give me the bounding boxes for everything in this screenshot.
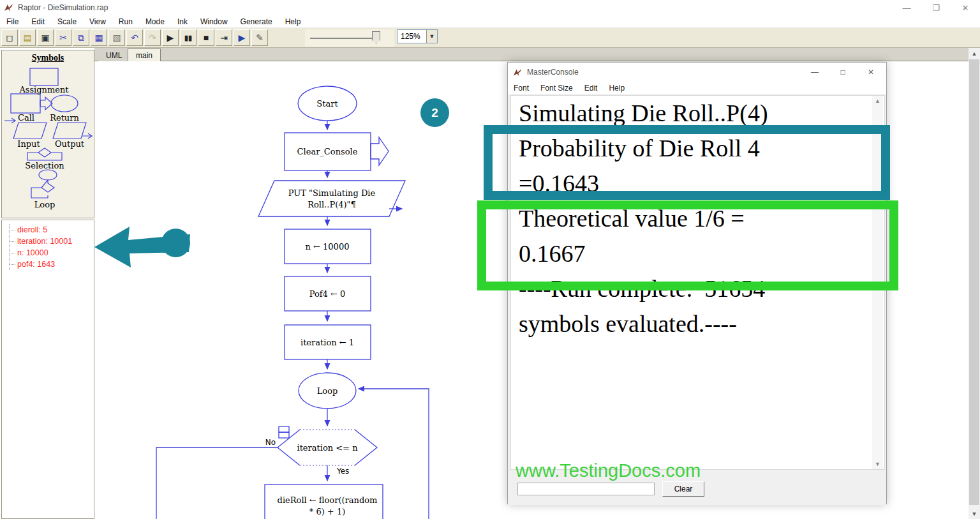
open-icon-button[interactable]: ▤ [19, 29, 36, 46]
assignment-label: Assignment [19, 85, 69, 94]
input-label: Input [17, 139, 40, 149]
symbols-panel-title: Symbols [2, 50, 94, 63]
put-output-node[interactable] [258, 181, 405, 216]
console-menu-font[interactable]: Font [508, 82, 535, 94]
put-text-line2: Roll..P(4)"¶ [308, 200, 356, 209]
symbols-shapes: Assignment Call Return Input Output Sele… [2, 63, 94, 216]
raptor-app-icon [4, 3, 14, 13]
zoom-level-combo[interactable]: 125% ▼ [397, 29, 438, 43]
play-icon-button[interactable]: ▶ [162, 29, 179, 46]
save-icon-button[interactable]: ▣ [37, 29, 54, 46]
menu-bar: File Edit Scale View Run Mode Ink Window… [0, 15, 980, 28]
menu-mode[interactable]: Mode [139, 16, 171, 27]
no-label: No [265, 438, 276, 447]
step-2-badge: 2 [420, 98, 449, 127]
call-label: Call [18, 113, 34, 123]
toolbar: ◻ ▤ ▣ ✂ ⧉ ▦ ▧ ↶ ↷ ▶ ▮▮ ■ ⇥ ▶ ✎ [0, 28, 980, 48]
console-menu-fontsize[interactable]: Font Size [535, 82, 579, 94]
console-scroll-down-icon[interactable]: ▼ [872, 459, 883, 469]
clear-button[interactable]: Clear [662, 481, 704, 497]
zoom-dropdown-arrow-icon[interactable]: ▼ [426, 30, 437, 43]
watch-item-n[interactable]: n: 10000 [10, 247, 94, 259]
no-branch-line [156, 448, 278, 519]
condition-text: iteration <= n [297, 443, 358, 453]
console-window-title: MasterConsole [527, 68, 579, 77]
undo-icon-button[interactable]: ↶ [126, 29, 143, 46]
print-icon-button[interactable]: ▧ [108, 29, 125, 46]
zoom-slider[interactable] [305, 29, 394, 47]
assign-n-text: n ← 10000 [306, 242, 350, 252]
close-button[interactable]: ✕ [951, 0, 980, 15]
new-icon-button[interactable]: ◻ [1, 29, 18, 46]
menu-file[interactable]: File [0, 16, 25, 27]
menu-help[interactable]: Help [279, 16, 308, 27]
scrollbar-thumb[interactable] [969, 59, 979, 505]
menu-view[interactable]: View [83, 16, 112, 27]
canvas-vertical-scrollbar[interactable]: ▲ ▼ [969, 48, 980, 519]
output-symbol-icon[interactable] [53, 123, 86, 139]
menu-run[interactable]: Run [112, 16, 139, 27]
console-line: symbols evaluated.---- [511, 306, 884, 342]
scroll-down-icon[interactable]: ▼ [969, 508, 980, 519]
watermark-text: www.TestingDocs.com [516, 460, 701, 481]
console-minimize-button[interactable]: — [801, 63, 829, 82]
redo-icon-button[interactable]: ↷ [144, 29, 161, 46]
zoom-slider-thumb[interactable] [372, 31, 380, 44]
watch-list: dieroll: 5 iteration: 10001 n: 10000 pof… [9, 224, 94, 270]
console-close-button[interactable]: ✕ [857, 63, 885, 82]
tab-uml[interactable]: UML [98, 50, 130, 61]
console-scroll-up-icon[interactable]: ▲ [872, 96, 883, 106]
menu-generate[interactable]: Generate [234, 16, 279, 27]
continue-to-input-icon-button[interactable]: ▶ [234, 29, 250, 46]
ink-pen-icon-button[interactable]: ✎ [251, 29, 268, 46]
highlight-box-probability [484, 125, 890, 200]
restore-button[interactable]: ❐ [921, 0, 951, 15]
dieroll-text-line2: * 6) + 1) [309, 507, 345, 516]
raptor-console-icon [513, 68, 523, 77]
loop-text: Loop [317, 386, 338, 396]
tab-main[interactable]: main [128, 49, 161, 61]
step-to-end-icon-button[interactable]: ⇥ [216, 29, 232, 46]
menu-ink[interactable]: Ink [171, 16, 194, 27]
console-input[interactable] [517, 483, 655, 495]
watch-item-dieroll[interactable]: dieroll: 5 [10, 224, 94, 236]
pause-icon-button[interactable]: ▮▮ [180, 29, 197, 46]
console-maximize-button[interactable]: □ [829, 63, 857, 82]
symbols-panel: Symbols [1, 50, 94, 218]
dieroll-text-line1: dieRoll ← floor((random [278, 495, 378, 505]
start-text: Start [316, 99, 338, 109]
collapse-icon[interactable] [279, 432, 289, 438]
console-menu-bar: Font Font Size Edit Help [508, 82, 886, 95]
stop-icon-button[interactable]: ■ [198, 29, 214, 46]
tab-strip: UML main [94, 48, 969, 61]
selection-symbol-icon[interactable] [27, 148, 62, 160]
return-symbol-icon[interactable] [51, 95, 78, 112]
return-label: Return [50, 113, 79, 123]
clear-console-text: Clear_Console [297, 147, 358, 156]
call-symbol-icon[interactable] [11, 94, 40, 113]
menu-scale[interactable]: Scale [51, 16, 83, 27]
input-symbol-icon[interactable] [13, 123, 47, 139]
console-menu-edit[interactable]: Edit [579, 82, 604, 94]
title-bar: Raptor - DieSimulation.rap — ❐ ✕ [0, 0, 980, 15]
minimize-button[interactable]: — [892, 0, 921, 15]
menu-window[interactable]: Window [194, 16, 234, 27]
cut-icon-button[interactable]: ✂ [55, 29, 71, 46]
collapse-icon[interactable] [279, 426, 289, 432]
yes-label: Yes [336, 467, 349, 476]
watch-item-pof4[interactable]: pof4: 1643 [10, 259, 94, 270]
paste-icon-button[interactable]: ▦ [91, 29, 107, 46]
scroll-up-icon[interactable]: ▲ [969, 48, 980, 59]
put-text-line1: PUT "Simulating Die [288, 188, 376, 198]
watch-item-iteration[interactable]: iteration: 10001 [10, 236, 94, 247]
raptor-app-window: Raptor - DieSimulation.rap — ❐ ✕ File Ed… [0, 0, 980, 519]
assign-iteration-text: iteration ← 1 [301, 338, 354, 347]
window-title: Raptor - DieSimulation.rap [18, 3, 108, 12]
loop-label: Loop [34, 200, 56, 209]
loop-symbol-icon[interactable] [31, 170, 57, 198]
assignment-symbol-icon[interactable] [30, 68, 58, 86]
menu-edit[interactable]: Edit [25, 16, 51, 27]
console-menu-help[interactable]: Help [603, 82, 630, 94]
copy-icon-button[interactable]: ⧉ [73, 29, 89, 46]
console-title-bar[interactable]: MasterConsole — □ ✕ [508, 63, 886, 82]
